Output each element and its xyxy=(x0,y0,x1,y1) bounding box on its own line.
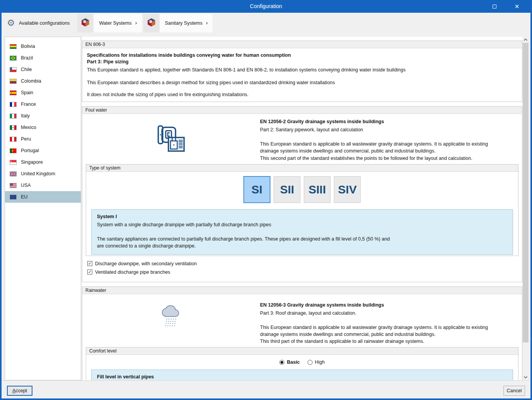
en806-part: Part 3: Pipe sizing xyxy=(87,59,517,65)
cube-icon xyxy=(146,17,156,29)
group-foul-water: Foul water xyxy=(82,106,522,282)
sidebar-item-label: Chile xyxy=(21,67,32,72)
sidebar-item-label: Peru xyxy=(21,136,31,142)
sidebar-item-brazil[interactable]: Brazil xyxy=(5,52,81,64)
bolivia-flag-icon xyxy=(10,44,17,49)
checkbox-discharge-downpipe[interactable]: ✓ Discharge downpipe, with secondary ven… xyxy=(87,261,517,267)
group-rainwater: Rainwater xyxy=(82,286,522,380)
sidebar-item-peru[interactable]: Peru xyxy=(5,133,81,145)
breadcrumb-sanitary-systems[interactable]: Sanitary Systems xyxy=(143,14,212,32)
group-header: Foul water xyxy=(82,107,522,114)
foul-standard-title: EN 12056-2 Gravity drainage systems insi… xyxy=(260,119,514,125)
available-configurations-button[interactable]: ⚙ Available configurations xyxy=(2,14,76,32)
foul-paragraph: This European standard is applicable to … xyxy=(260,141,514,147)
sidebar-item-label: Brazil xyxy=(21,55,33,61)
sidebar-item-united-kingdom[interactable]: United Kingdom xyxy=(5,168,81,180)
toolbar: ⚙ Available configurations Water Systems xyxy=(2,13,530,33)
close-button[interactable]: ✕ xyxy=(510,0,524,13)
sidebar-item-mexico[interactable]: Mexico xyxy=(5,122,81,133)
accept-label-rest: ccept xyxy=(15,388,27,393)
rain-cloud-icon xyxy=(162,301,180,345)
system-button-siv[interactable]: SIV xyxy=(334,176,361,203)
system-description: The sanitary appliances are connected to… xyxy=(97,236,507,242)
rain-standard-part: Part 3: Roof drainage, layout and calcul… xyxy=(260,310,514,317)
colombia-flag-icon xyxy=(10,79,17,84)
system-description: System with a single discharge drainpipe… xyxy=(97,222,507,228)
eu-flag-icon xyxy=(10,195,17,200)
peru-flag-icon xyxy=(10,137,17,142)
sidebar-item-label: United Kingdom xyxy=(21,171,55,176)
scroll-up-arrow-icon[interactable] xyxy=(522,37,529,43)
chevron-right-icon xyxy=(206,22,208,25)
checkbox-ventilated-branches[interactable]: ✓ Ventilated discharge pipe branches xyxy=(87,269,517,275)
sidebar-item-italy[interactable]: Italy xyxy=(5,110,81,122)
rain-paragraph: This third part of the standard is appli… xyxy=(260,338,514,345)
title-bar: Configuration ✕ xyxy=(0,0,532,13)
sidebar-item-singapore[interactable]: Singapore xyxy=(5,156,81,168)
main-content: EN 806-3 Specifications for installation… xyxy=(82,37,522,380)
sidebar-item-chile[interactable]: Chile xyxy=(5,64,81,75)
mexico-flag-icon xyxy=(10,125,17,130)
breadcrumb-label: Sanitary Systems xyxy=(160,20,206,26)
sidebar-item-eu[interactable]: EU xyxy=(5,191,81,203)
en806-paragraph: It does not include the sizing of pipes … xyxy=(87,92,517,98)
group-en806-3: EN 806-3 Specifications for installation… xyxy=(82,41,522,102)
chile-flag-icon xyxy=(10,67,17,72)
system-button-sii[interactable]: SII xyxy=(274,176,301,203)
italy-flag-icon xyxy=(10,114,17,119)
accept-button[interactable]: Accept xyxy=(7,386,32,396)
sidebar-item-usa[interactable]: USA xyxy=(5,180,81,191)
system-description: are connected to a single discharge drai… xyxy=(97,242,507,249)
sidebar-item-label: EU xyxy=(21,194,27,200)
sidebar-item-label: USA xyxy=(21,183,31,188)
cancel-button[interactable]: Cancel xyxy=(503,386,525,396)
country-list: Bolivia Brazil Chile Colombia Spain Fran… xyxy=(5,37,81,380)
cube-icon xyxy=(80,17,90,29)
footer-bar: Accept Cancel xyxy=(2,380,530,398)
sidebar-item-bolivia[interactable]: Bolivia xyxy=(5,41,81,52)
sidebar-item-spain[interactable]: Spain xyxy=(5,87,81,98)
sidebar-item-france[interactable]: France xyxy=(5,98,81,110)
foul-paragraph: This second part of the standard establi… xyxy=(260,155,514,162)
foul-standard-part: Part 2: Sanitary pipework, layout and ca… xyxy=(260,127,514,133)
cancel-label: Cancel xyxy=(507,388,522,393)
system-button-si[interactable]: SI xyxy=(243,176,270,203)
singapore-flag-icon xyxy=(10,160,17,165)
group-header: EN 806-3 xyxy=(82,41,522,48)
sanitary-appliance-icon xyxy=(157,124,185,162)
portugal-flag-icon xyxy=(10,148,17,153)
system-button-siii[interactable]: SIII xyxy=(304,176,331,203)
chevron-right-icon xyxy=(136,22,137,25)
accept-label-initial: A xyxy=(12,388,15,393)
scroll-down-arrow-icon[interactable] xyxy=(522,374,529,380)
rain-paragraph: This European standard is applicable to … xyxy=(260,324,514,331)
en806-paragraph: This European standard is applied, toget… xyxy=(87,67,517,73)
maximize-icon xyxy=(493,5,496,8)
scrollbar-thumb[interactable] xyxy=(523,43,529,342)
breadcrumb-water-systems[interactable]: Water Systems xyxy=(77,14,141,32)
system-title: System I xyxy=(97,214,507,220)
maximize-button[interactable] xyxy=(488,0,501,13)
usa-flag-icon xyxy=(10,183,17,188)
configuration-window: Configuration ✕ ⚙ Available configuratio… xyxy=(0,0,532,400)
system-description-box: System I System with a single discharge … xyxy=(91,209,513,255)
rain-paragraph: drainage systems inside dwellings and co… xyxy=(260,331,514,338)
sidebar-item-colombia[interactable]: Colombia xyxy=(5,75,81,87)
radio-basic[interactable]: Basic xyxy=(279,359,299,365)
brazil-flag-icon xyxy=(10,56,17,61)
sidebar-item-portugal[interactable]: Portugal xyxy=(5,145,81,156)
window-title: Configuration xyxy=(0,0,532,13)
radio-label: High xyxy=(315,359,325,365)
spain-flag-icon xyxy=(10,90,17,95)
sidebar-item-label: Colombia xyxy=(21,78,41,84)
sidebar-item-label: Mexico xyxy=(21,125,36,130)
en806-paragraph: This European standard describes a desig… xyxy=(87,80,517,86)
sidebar-item-label: Bolivia xyxy=(21,44,35,49)
uk-flag-icon xyxy=(10,171,17,176)
sidebar-item-label: Italy xyxy=(21,113,30,119)
rain-standard-title: EN 12056-3 Gravity drainage systems insi… xyxy=(260,302,514,308)
checkbox-label: Discharge downpipe, with secondary venti… xyxy=(95,261,197,266)
radio-high[interactable]: High xyxy=(308,359,325,365)
breadcrumb-label: Water Systems xyxy=(93,20,135,26)
vertical-scrollbar[interactable] xyxy=(522,37,529,380)
